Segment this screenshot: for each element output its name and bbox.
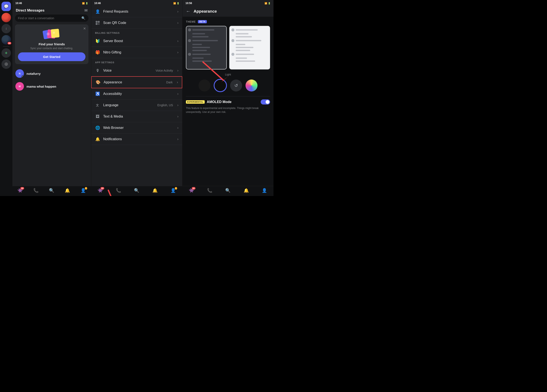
voice-icon: 🎙: [95, 68, 100, 73]
dm-name-mama: mama what happen: [27, 85, 56, 88]
tab-search-p3[interactable]: 🔍: [225, 188, 231, 193]
red-arrow-p3: [201, 60, 229, 83]
tab-search-p2[interactable]: 🔍: [134, 188, 139, 193]
settings-label-appearance: Appearance: [104, 80, 163, 84]
settings-item-appearance[interactable]: 🎨 Appearance Dark ›: [91, 76, 182, 88]
theme-light[interactable]: [229, 26, 270, 69]
status-dot-notafurry: [21, 76, 24, 78]
accessibility-icon: ♿: [95, 91, 100, 96]
tab-home-p1[interactable]: 👾 30: [18, 188, 23, 193]
experimental-badge: EXPERIMENTAL: [186, 100, 205, 104]
tab-home-badge: 30: [20, 187, 24, 190]
sidebar-divider: [3, 46, 9, 47]
tab-profile-p2[interactable]: 👤 !: [171, 188, 176, 193]
status-bar-p3: 10:56 📶 🔋: [183, 0, 274, 6]
language-icon: 文: [95, 103, 100, 108]
settings-label-language: Language: [103, 103, 155, 107]
get-started-button[interactable]: Get Started: [18, 52, 85, 61]
tab-profile-badge-p2: !: [175, 187, 177, 190]
search-input[interactable]: [18, 16, 80, 20]
swatch-gradient[interactable]: [246, 80, 258, 91]
settings-label-friend-requests: Friend Requests: [103, 10, 174, 14]
appearance-title: Appearance: [194, 9, 217, 14]
close-icon[interactable]: ✕: [83, 27, 86, 31]
tab-profile-p3[interactable]: 👤: [262, 188, 267, 193]
new-dm-icon[interactable]: ✉: [84, 8, 88, 13]
avatar-mama: M: [15, 82, 24, 91]
light-preview-inner: [230, 26, 270, 69]
tab-search-p1[interactable]: 🔍: [49, 188, 54, 193]
settings-item-friend-requests[interactable]: 👤 Friend Requests ›: [91, 6, 182, 17]
settings-scroll: 👤 Friend Requests › Scan QR Code › BILLI…: [91, 6, 182, 186]
amoled-section: EXPERIMENTAL AMOLED Mode This feature is…: [186, 96, 270, 117]
tab-home-badge-p3: 30: [192, 187, 196, 190]
sidebar-server-red[interactable]: [1, 13, 11, 22]
panel-settings: 10:46 📶 🔋 👤 Friend Requests › Scan QR Co…: [91, 0, 182, 196]
svg-rect-12: [99, 23, 99, 24]
status-icons-p3: 📶 🔋: [265, 2, 271, 5]
dm-name-notafurry: notafurry: [27, 72, 41, 76]
settings-item-nitro-gifting[interactable]: 🎁 Nitro Gifting ›: [91, 47, 182, 58]
theme-section: THEME BETA: [186, 20, 270, 117]
tab-friends-p3[interactable]: 📞: [207, 188, 212, 193]
tab-friends-p1[interactable]: 📞: [33, 188, 39, 193]
tab-notifications-p1[interactable]: 🔔: [65, 188, 70, 193]
friend-requests-icon: 👤: [95, 9, 100, 14]
sidebar-explore[interactable]: ⊕: [1, 59, 11, 69]
dm-title: Direct Messages: [16, 8, 44, 13]
status-icons-p1: 📶 🔋: [82, 2, 88, 5]
dm-item-mama[interactable]: M mama what happen: [12, 80, 91, 93]
tab-profile-badge: !: [85, 187, 87, 190]
tab-home-p2[interactable]: 👾 30: [98, 188, 103, 193]
p1-header: Direct Messages ✉: [12, 6, 91, 14]
find-friends-graphic: [18, 27, 85, 40]
tab-home-p3[interactable]: 👾 30: [189, 188, 194, 193]
sidebar-dm-icon[interactable]: 💬: [1, 2, 11, 11]
settings-item-accessibility[interactable]: ♿ Accessibility ›: [91, 88, 182, 100]
sidebar-info[interactable]: i: [1, 24, 11, 33]
tab-notifications-p2[interactable]: 🔔: [152, 188, 158, 193]
server-boost-icon: 🔰: [95, 38, 100, 44]
dm-icon: 💬: [4, 4, 8, 9]
billing-section-label: BILLING SETTINGS: [91, 29, 182, 35]
settings-item-notifications[interactable]: 🔔 Notifications ›: [91, 134, 182, 145]
back-button[interactable]: ←: [186, 8, 191, 14]
settings-value-language: English, US: [157, 103, 173, 107]
dm-item-notafurry[interactable]: N notafurry: [12, 67, 91, 80]
settings-item-web-browser[interactable]: 🌐 Web Browser ›: [91, 122, 182, 134]
find-friends-title: Find your friends: [18, 42, 85, 46]
settings-item-language[interactable]: 文 Language English, US ›: [91, 100, 182, 111]
sidebar-server-galaxy[interactable]: 30: [1, 35, 11, 44]
sidebar-add-server[interactable]: +: [1, 48, 11, 58]
nitro-gifting-icon: 🎁: [95, 50, 100, 55]
search-bar[interactable]: 🔍: [15, 14, 89, 22]
search-icon: 🔍: [82, 16, 85, 20]
settings-label-notifications: Notifications: [103, 137, 174, 141]
appearance-content: THEME BETA: [183, 17, 274, 186]
swatch-sync[interactable]: ↺: [230, 80, 242, 91]
settings-item-voice[interactable]: 🎙 Voice Voice Activity ›: [91, 65, 182, 76]
app-section-label: APP SETTINGS: [91, 58, 182, 65]
appearance-header: ← Appearance: [183, 6, 274, 17]
svg-point-3: [47, 33, 50, 35]
settings-label-server-boost: Server Boost: [103, 39, 174, 43]
svg-rect-2: [51, 29, 59, 38]
avatar-notafurry: N: [15, 69, 24, 78]
amoled-toggle[interactable]: [261, 99, 270, 104]
theme-label: THEME: [186, 20, 196, 23]
find-friends-card: ✕ Find your friends: [15, 24, 89, 64]
svg-line-18: [203, 62, 223, 80]
settings-value-voice: Voice Activity: [156, 69, 173, 72]
svg-rect-11: [98, 23, 98, 24]
tab-profile-p1[interactable]: 👤 !: [81, 188, 86, 193]
svg-rect-8: [96, 21, 97, 22]
settings-item-server-boost[interactable]: 🔰 Server Boost ›: [91, 35, 182, 47]
red-arrow-p2: [104, 186, 130, 196]
settings-label-text-media: Text & Media: [103, 115, 174, 118]
web-browser-icon: 🌐: [95, 125, 100, 130]
settings-item-text-media[interactable]: 🖼 Text & Media ›: [91, 111, 182, 122]
settings-item-scan-qr[interactable]: Scan QR Code ›: [91, 17, 182, 29]
tab-notifications-p3[interactable]: 🔔: [244, 188, 249, 193]
settings-label-scan-qr: Scan QR Code: [103, 21, 174, 25]
status-bar-p1: 10:46 📶 🔋: [12, 0, 91, 6]
